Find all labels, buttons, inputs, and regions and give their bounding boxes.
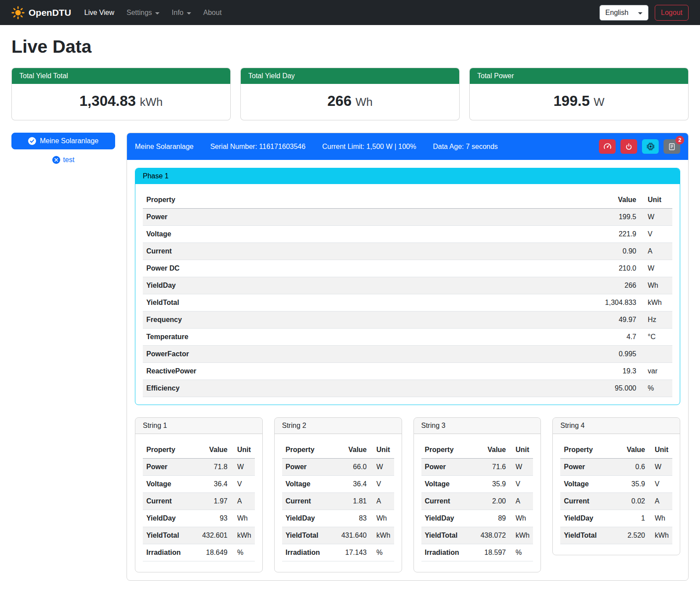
unit-cell: Wh: [370, 510, 394, 527]
property-cell: YieldDay: [282, 510, 337, 527]
property-cell: Voltage: [560, 476, 615, 493]
unit-cell: var: [640, 363, 672, 380]
value-cell: 66.0: [337, 459, 370, 476]
phase-table: Property Value Unit Power199.5WVoltage22…: [143, 192, 672, 397]
chevron-down-icon: [187, 12, 191, 14]
table-row: Power66.0W: [282, 459, 394, 476]
inverter-card: Meine Solaranlage Serial Number: 1161716…: [127, 133, 689, 581]
unit-cell: °C: [640, 329, 672, 346]
logout-button[interactable]: Logout: [655, 5, 689, 21]
column-header-property: Property: [143, 441, 198, 459]
nav-about[interactable]: About: [203, 9, 222, 17]
x-circle-icon: [52, 156, 60, 164]
table-row: Current2.00A: [421, 493, 533, 510]
language-select-value: English: [606, 9, 628, 17]
nav-live-view[interactable]: Live View: [84, 9, 114, 17]
unit-cell: W: [649, 459, 672, 476]
summary-card-total-yield-total: Total Yield Total 1,304.83kWh: [11, 68, 231, 120]
value-cell: 438.072: [476, 527, 509, 544]
summary-card-title: Total Yield Total: [12, 68, 230, 84]
table-row: Power199.5W: [143, 209, 672, 226]
table-row: Voltage35.9V: [560, 476, 672, 493]
content-row: Meine Solaranlage test Meine Solaranlage…: [11, 133, 689, 581]
column-header-unit: Unit: [640, 192, 672, 209]
unit-cell: Wh: [509, 510, 533, 527]
table-row: Irradiation18.597%: [421, 544, 533, 561]
nav-settings[interactable]: Settings: [127, 9, 160, 17]
string-card-body: Property Value Unit Power71.6WVoltage35.…: [414, 434, 541, 572]
chevron-down-icon: [155, 12, 160, 14]
table-row: YieldTotal2.520kWh: [560, 527, 672, 544]
brand[interactable]: OpenDTU: [11, 6, 71, 19]
unit-cell: %: [370, 544, 394, 561]
value-cell: 2.00: [476, 493, 509, 510]
value-cell: 18.649: [198, 544, 231, 561]
table-header-row: Property Value Unit: [421, 441, 533, 459]
summary-card-title: Total Power: [470, 68, 688, 84]
sidebar-item-inverter[interactable]: Meine Solaranlage: [11, 133, 115, 149]
table-row: Irradiation18.649%: [143, 544, 255, 561]
value-cell: 210.0: [578, 260, 640, 277]
navbar: OpenDTU Live View Settings Info About En…: [0, 0, 700, 25]
table-row: Efficiency95.000%: [143, 380, 672, 397]
property-cell: Voltage: [143, 226, 578, 243]
value-cell: 17.143: [337, 544, 370, 561]
column-header-property: Property: [282, 441, 337, 459]
value-cell: 1: [615, 510, 649, 527]
sidebar-item-test-label: test: [63, 156, 75, 164]
unit-cell: W: [370, 459, 394, 476]
unit-cell: kWh: [509, 527, 533, 544]
value-cell: 221.9: [578, 226, 640, 243]
sidebar-item-label: Meine Solaranlage: [40, 137, 98, 145]
unit-cell: [640, 346, 672, 363]
language-select[interactable]: English: [599, 5, 649, 21]
table-row: YieldTotal431.640kWh: [282, 527, 394, 544]
property-cell: Voltage: [143, 476, 198, 493]
property-cell: YieldDay: [143, 510, 198, 527]
sidebar-item-test[interactable]: test: [11, 156, 115, 164]
unit-cell: Wh: [640, 277, 672, 294]
summary-card-body: 266Wh: [241, 84, 459, 120]
unit-cell: V: [649, 476, 672, 493]
summary-card-body: 199.5W: [470, 84, 688, 120]
unit-cell: V: [640, 226, 672, 243]
value-cell: 71.8: [198, 459, 231, 476]
unit-cell: W: [640, 209, 672, 226]
value-cell: 4.7: [578, 329, 640, 346]
device-info-button[interactable]: [642, 139, 659, 154]
table-row: Power71.8W: [143, 459, 255, 476]
nav-info[interactable]: Info: [172, 9, 191, 17]
string-table: Property Value Unit Power66.0WVoltage36.…: [282, 441, 394, 561]
table-row: YieldTotal1,304.833kWh: [143, 294, 672, 311]
property-cell: YieldDay: [143, 277, 578, 294]
column-header-value: Value: [476, 441, 509, 459]
table-row: YieldDay83Wh: [282, 510, 394, 527]
unit-cell: %: [509, 544, 533, 561]
property-cell: Power: [143, 209, 578, 226]
power-toggle-button[interactable]: [620, 139, 637, 154]
nav-about-label: About: [203, 9, 222, 17]
property-cell: Current: [282, 493, 337, 510]
event-log-button[interactable]: 2: [664, 139, 680, 154]
string-table: Property Value Unit Power71.6WVoltage35.…: [421, 441, 533, 561]
summary-card-title: Total Yield Day: [241, 68, 459, 84]
table-row: PowerFactor0.995: [143, 346, 672, 363]
summary-card-total-yield-day: Total Yield Day 266Wh: [240, 68, 460, 120]
property-cell: YieldTotal: [143, 294, 578, 311]
summary-cards-row: Total Yield Total 1,304.83kWh Total Yiel…: [11, 68, 689, 120]
property-cell: Current: [560, 493, 615, 510]
value-cell: 0.6: [615, 459, 649, 476]
events-count-badge: 2: [675, 136, 684, 145]
limit-settings-button[interactable]: [599, 139, 616, 154]
value-cell: 0.02: [615, 493, 649, 510]
unit-cell: A: [640, 243, 672, 260]
property-cell: Voltage: [421, 476, 476, 493]
unit-cell: %: [640, 380, 672, 397]
unit-cell: V: [231, 476, 255, 493]
column-header-property: Property: [143, 192, 578, 209]
summary-unit: W: [594, 95, 605, 109]
column-header-value: Value: [337, 441, 370, 459]
nav-settings-label: Settings: [127, 9, 152, 17]
table-header-row: Property Value Unit: [560, 441, 672, 459]
table-row: Current0.90A: [143, 243, 672, 260]
